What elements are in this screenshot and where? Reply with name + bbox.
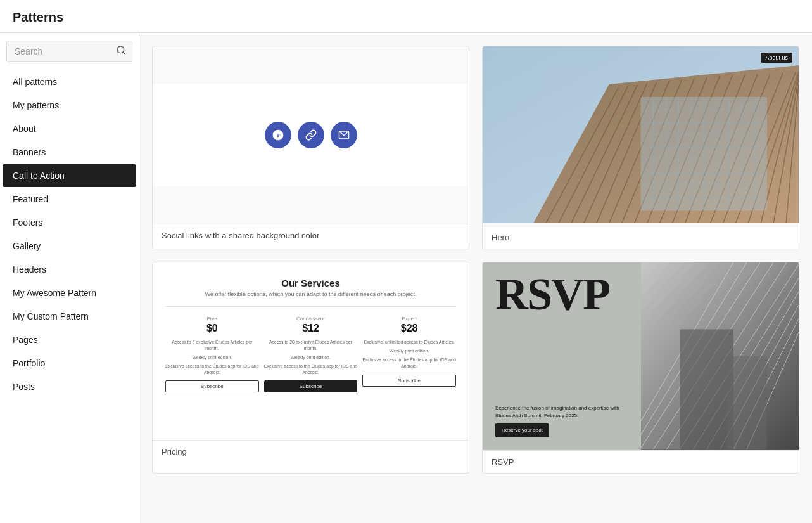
pattern-card-rsvp[interactable]: RSVP Experience the fusion of imaginatio… [482, 262, 799, 473]
pattern-label-pricing: Pricing [153, 440, 469, 463]
app-body: All patterns My patterns About Banners C… [0, 33, 812, 523]
svg-rect-58 [726, 356, 766, 450]
pricing-cols: Free $0 Access to 5 exclusive Études Art… [165, 316, 456, 392]
pricing-content: Our Services We offer flexible options, … [153, 262, 469, 408]
page-title: Patterns [13, 10, 799, 25]
patterns-grid: W [152, 46, 799, 474]
app-header: Patterns [0, 0, 812, 33]
rsvp-bottom-text: Experience the fusion of imagination and… [495, 404, 628, 437]
svg-text:W: W [275, 131, 281, 138]
pattern-preview-pricing: Our Services We offer flexible options, … [153, 262, 469, 440]
link-icon-btn [298, 122, 324, 148]
sidebar-item-my-awesome-pattern[interactable]: My Awesome Pattern [3, 281, 136, 304]
search-box[interactable] [6, 41, 132, 62]
hero-building-svg [483, 46, 799, 223]
wordpress-icon-btn: W [265, 122, 291, 148]
mail-icon-btn [331, 122, 357, 148]
sidebar-item-portfolio[interactable]: Portfolio [3, 352, 136, 375]
rsvp-big-text: RSVP [495, 275, 628, 314]
pricing-subscribe-expert[interactable]: Subscribe [362, 375, 456, 387]
sidebar-item-gallery[interactable]: Gallery [3, 235, 136, 257]
pattern-label-rsvp: RSVP [483, 450, 799, 473]
pattern-card-hero[interactable]: About us [482, 46, 799, 249]
pattern-preview-social-links: W [153, 46, 469, 224]
hero-about-badge: About us [761, 53, 792, 63]
rsvp-content: RSVP Experience the fusion of imaginatio… [483, 262, 799, 449]
pattern-card-social-links[interactable]: W [152, 46, 469, 249]
search-input[interactable] [6, 41, 132, 62]
sidebar-item-posts[interactable]: Posts [3, 375, 136, 398]
sidebar-item-pages[interactable]: Pages [3, 328, 136, 351]
pricing-col-expert: Expert $28 Exclusive, unlimited access t… [362, 316, 456, 392]
sidebar-item-my-patterns[interactable]: My patterns [3, 94, 136, 117]
rsvp-right-panel [641, 262, 799, 449]
pricing-subscribe-connoisseur[interactable]: Subscribe [264, 380, 358, 392]
pattern-preview-rsvp: RSVP Experience the fusion of imaginatio… [483, 262, 799, 449]
pricing-subtitle: We offer flexible options, which you can… [165, 291, 456, 297]
pricing-col-connoisseur: Connoisseur $12 Access to 20 exclusive É… [264, 316, 358, 392]
pattern-card-pricing[interactable]: Our Services We offer flexible options, … [152, 262, 469, 473]
social-icons-row: W [265, 122, 357, 148]
sidebar-item-my-custom-pattern[interactable]: My Custom Pattern [3, 305, 136, 328]
rsvp-reserve-button[interactable]: Reserve your spot [495, 423, 549, 437]
sidebar-item-call-to-action[interactable]: Call to Action [3, 164, 136, 187]
pricing-title: Our Services [165, 278, 456, 288]
sidebar-item-all-patterns[interactable]: All patterns [3, 70, 136, 93]
rsvp-arch-svg [641, 262, 799, 449]
pattern-label-hero: Hero [483, 226, 799, 249]
social-links-content: W [153, 84, 469, 186]
sidebar-item-banners[interactable]: Banners [3, 141, 136, 164]
svg-rect-57 [680, 330, 733, 450]
sidebar-item-headers[interactable]: Headers [3, 258, 136, 281]
hero-image [483, 46, 799, 226]
sidebar-nav: All patterns My patterns About Banners C… [0, 70, 139, 523]
pattern-label-social-links: Social links with a shared background co… [153, 224, 469, 247]
pricing-col-free: Free $0 Access to 5 exclusive Études Art… [165, 316, 259, 392]
sidebar-item-featured[interactable]: Featured [3, 188, 136, 210]
sidebar-item-about[interactable]: About [3, 117, 136, 140]
pricing-divider [165, 306, 456, 307]
main-content: W [139, 33, 812, 523]
sidebar-item-footers[interactable]: Footers [3, 211, 136, 234]
rsvp-left-panel: RSVP Experience the fusion of imaginatio… [483, 262, 641, 449]
pattern-preview-hero: About us [483, 46, 799, 226]
pricing-subscribe-free[interactable]: Subscribe [165, 380, 259, 392]
sidebar: All patterns My patterns About Banners C… [0, 33, 139, 523]
